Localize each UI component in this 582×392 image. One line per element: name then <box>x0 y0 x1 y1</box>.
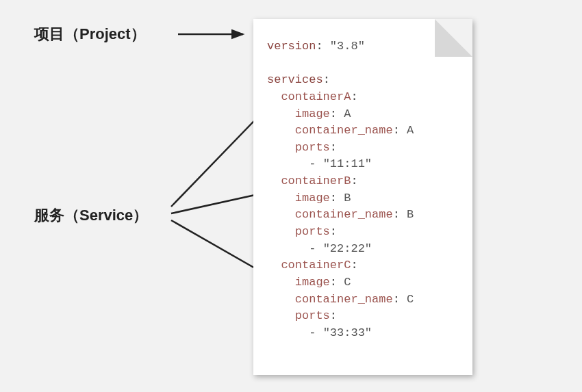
container-name-val-b: B <box>407 208 414 221</box>
version-key: version <box>267 40 316 53</box>
image-val-b: B <box>344 192 351 205</box>
ports-key-a: ports <box>295 141 330 154</box>
container-c-key: containerC <box>281 259 351 272</box>
image-val-c: C <box>344 276 351 289</box>
container-b-key: containerB <box>281 174 351 187</box>
image-key-b: image <box>295 192 330 205</box>
image-key-a: image <box>295 107 330 120</box>
image-key-c: image <box>295 276 330 289</box>
image-val-a: A <box>344 107 351 120</box>
container-name-val-a: A <box>407 124 414 137</box>
container-name-key-a: container_name <box>295 124 393 137</box>
code-block: version: "3.8" services: containerA: ima… <box>267 38 459 342</box>
container-name-val-c: C <box>407 293 414 306</box>
project-label: 项目（Project） <box>34 24 146 44</box>
services-key: services <box>267 73 323 86</box>
container-name-key-c: container_name <box>295 293 393 306</box>
port-val-a: "11:11" <box>323 157 372 170</box>
service-label: 服务（Service） <box>34 205 148 226</box>
ports-key-b: ports <box>295 225 330 238</box>
ports-key-c: ports <box>295 309 330 322</box>
port-val-b: "22:22" <box>323 242 372 255</box>
container-a-key: containerA <box>281 90 351 103</box>
yaml-document: version: "3.8" services: containerA: ima… <box>253 19 472 375</box>
version-val: "3.8" <box>330 40 365 53</box>
port-val-c: "33:33" <box>323 326 372 339</box>
container-name-key-b: container_name <box>295 208 393 221</box>
